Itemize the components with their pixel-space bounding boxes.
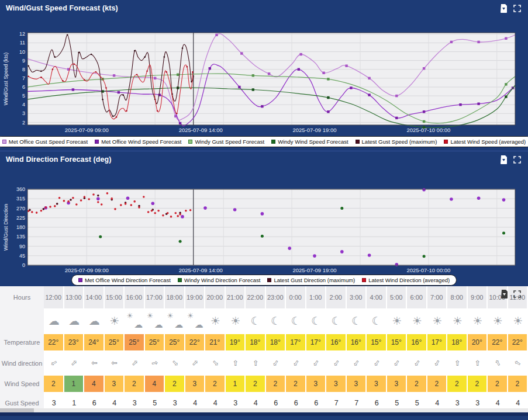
hourly-forecast-table: Hours12:0013:0014:0015:0016:0017:0018:00… xyxy=(0,286,528,412)
legend-swatch xyxy=(356,140,360,144)
sun-cloud-icon: ☀☁ xyxy=(127,314,142,328)
wind-speed-cell: 3 xyxy=(306,374,327,394)
hour-cell: 8:00 xyxy=(447,286,468,308)
svg-text:2025-07-09 19:00: 2025-07-09 19:00 xyxy=(292,127,336,133)
legend-item[interactable]: Windy Gust Speed Forecast xyxy=(188,138,264,145)
cloud-icon: ☁ xyxy=(87,314,102,328)
legend-label: Windy Wind Direction Forecast xyxy=(184,277,260,283)
wind-direction-arrow-icon: ⇧ xyxy=(432,357,442,368)
legend-label: Met Office Gust Speed Forecast xyxy=(9,138,88,145)
temperature-cell: 20° xyxy=(468,332,488,352)
hour-cell: 13:00 xyxy=(64,286,85,308)
fullscreen-icon[interactable] xyxy=(513,290,521,301)
cloud-icon: ☁ xyxy=(67,314,82,328)
wind-direction-arrow-icon: ⇧ xyxy=(311,357,322,369)
hour-cell: 4:00 xyxy=(367,286,387,308)
weather-cell: ☀☁ xyxy=(165,308,185,332)
wind-direction-cell: ⇧ xyxy=(286,352,306,374)
svg-text:7: 7 xyxy=(22,75,25,81)
weather-cell: ☀ xyxy=(226,308,246,332)
legend-item[interactable]: Met Office Wind Speed Forecast xyxy=(95,138,181,145)
wind-direction-arrow-icon: ⇧ xyxy=(49,358,59,368)
svg-text:5: 5 xyxy=(22,93,25,99)
weather-cell: ☀ xyxy=(387,308,408,332)
svg-text:Wind/Gust Direction: Wind/Gust Direction xyxy=(3,204,9,251)
legend-item[interactable]: Latest Wind Direction (averaged) xyxy=(362,277,450,283)
sun-icon: ☀ xyxy=(208,314,223,328)
temperature-cell: 22° xyxy=(508,332,528,352)
sun-icon: ☀ xyxy=(409,314,425,328)
wind-direction-cell: ⇧ xyxy=(185,352,206,374)
horizontal-scrollbar[interactable] xyxy=(0,408,528,412)
moon-icon: ☾ xyxy=(309,314,324,328)
temperature-cell: 21° xyxy=(205,332,226,352)
sun-icon: ☀ xyxy=(470,314,485,328)
weather-cell: ☾ xyxy=(367,308,387,332)
legend-item[interactable]: Windy Wind Direction Forecast xyxy=(178,277,260,283)
svg-text:Wind/Gust Speed (kts): Wind/Gust Speed (kts) xyxy=(3,53,9,106)
temperature-cell: 18° xyxy=(246,332,266,352)
wind-speed-cell: 3 xyxy=(326,374,347,394)
wind-direction-cell: ⇧ xyxy=(488,352,508,374)
legend-item[interactable]: Latest Wind Speed (averaged) xyxy=(444,138,526,145)
wind-speed-cell: 2 xyxy=(266,374,287,394)
export-image-icon[interactable] xyxy=(500,155,508,164)
weather-cell: ☀ xyxy=(508,308,528,332)
svg-text:9: 9 xyxy=(22,58,25,64)
legend-swatch xyxy=(95,140,99,144)
hour-cell: 3:00 xyxy=(347,286,367,308)
wind-direction-arrow-icon: ⇧ xyxy=(351,357,362,369)
legend-item[interactable]: Met Office Gust Speed Forecast xyxy=(2,138,88,145)
hour-cell: 22:00 xyxy=(246,286,266,308)
temperature-cell: 17° xyxy=(306,332,327,352)
legend-item[interactable]: Latest Gust Direction (maximum) xyxy=(267,277,355,283)
wind-direction-cell: ⇧ xyxy=(508,352,528,374)
wind-speed-cell: 1 xyxy=(226,374,246,394)
wind-speed-cell: 4 xyxy=(84,374,105,394)
chart1-legend: Met Office Gust Speed ForecastMet Office… xyxy=(0,136,528,147)
fullscreen-icon[interactable] xyxy=(513,5,521,12)
wind-direction-arrow-icon: ⇧ xyxy=(331,357,341,369)
wind-direction-cell: ⇧ xyxy=(387,352,408,374)
temperature-cell: 24° xyxy=(84,332,105,352)
wind-gust-speed-chart[interactable]: 234567891011122025-07-09 09:002025-07-09… xyxy=(0,24,528,134)
wind-direction-cell: ⇧ xyxy=(125,352,145,374)
legend-swatch xyxy=(362,278,366,282)
hour-cell: 16:00 xyxy=(125,286,145,308)
legend-item[interactable]: Met Office Wind Direction Forecast xyxy=(78,277,171,283)
wind-speed-cell: 2 xyxy=(165,374,185,394)
sun-icon: ☀ xyxy=(389,314,405,328)
export-image-icon[interactable] xyxy=(500,4,508,13)
temperature-cell: 25° xyxy=(145,332,165,352)
export-image-icon[interactable] xyxy=(501,290,508,301)
legend-item[interactable]: Latest Gust Speed (maximum) xyxy=(356,138,437,145)
weather-cell: ☾ xyxy=(326,308,347,332)
temperature-cell: 22° xyxy=(44,332,64,352)
wind-direction-arrow-icon: ⇧ xyxy=(129,357,140,368)
wind-direction-arrow-icon: ⇧ xyxy=(493,357,503,368)
svg-text:2025-07-09 19:00: 2025-07-09 19:00 xyxy=(292,267,336,273)
svg-text:4: 4 xyxy=(22,102,25,107)
weather-cell: ☾ xyxy=(266,308,287,332)
legend-item[interactable]: Windy Wind Speed Forecast xyxy=(271,138,348,145)
wind-direction-chart[interactable]: 045901351802252703153602025-07-09 09:002… xyxy=(0,182,528,275)
fullscreen-icon[interactable] xyxy=(513,156,521,164)
wind-direction-arrow-icon: ⇧ xyxy=(371,357,382,369)
panel2-title: Wind Direction Forecast (deg) xyxy=(6,155,112,164)
fullscreen-icon-svg xyxy=(513,156,521,164)
svg-text:10: 10 xyxy=(19,49,25,55)
scrollbar-thumb[interactable] xyxy=(0,408,34,412)
temperature-cell: 18° xyxy=(447,332,468,352)
svg-text:2025-07-09 09:00: 2025-07-09 09:00 xyxy=(65,127,109,133)
hour-cell: 5:00 xyxy=(387,286,408,308)
chart2-legend: Met Office Wind Direction ForecastWindy … xyxy=(0,275,528,286)
legend-label: Met Office Wind Direction Forecast xyxy=(85,277,171,283)
sun-icon: ☀ xyxy=(510,314,526,328)
wind-speed-cell: 2 xyxy=(447,374,468,394)
legend-label: Latest Wind Speed (averaged) xyxy=(450,138,526,145)
legend-swatch xyxy=(2,140,6,144)
hour-cell: 18:00 xyxy=(165,286,185,308)
legend-label: Latest Gust Direction (maximum) xyxy=(274,277,355,283)
svg-text:3: 3 xyxy=(22,110,25,116)
hour-cell: 15:00 xyxy=(105,286,125,308)
